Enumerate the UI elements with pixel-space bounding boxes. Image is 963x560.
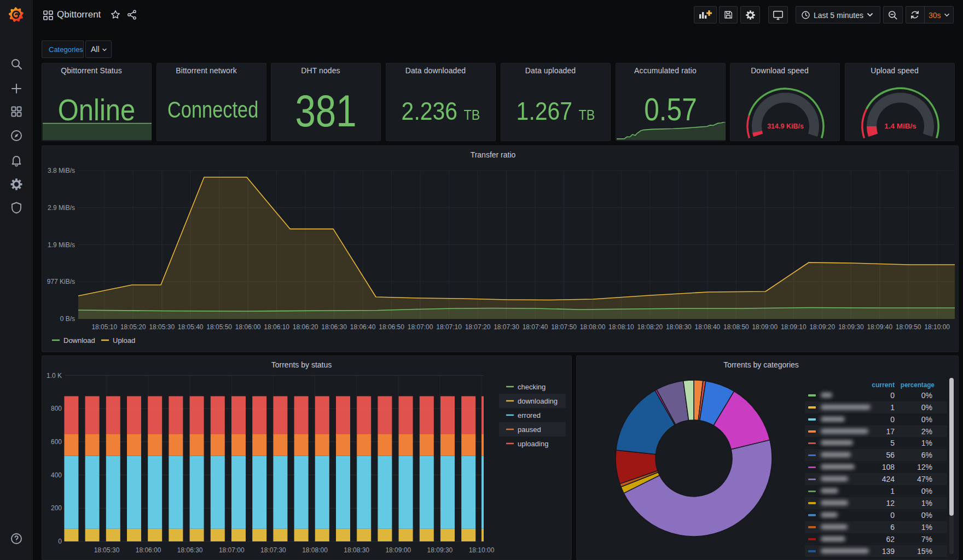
svg-text:18:10:00: 18:10:00	[469, 546, 495, 554]
svg-text:18:09:10: 18:09:10	[781, 323, 807, 331]
svg-text:checking: checking	[518, 383, 546, 391]
svg-text:18:06:50: 18:06:50	[379, 323, 404, 331]
svg-text:3.8 MiB/s: 3.8 MiB/s	[48, 167, 75, 174]
svg-text:18:08:00: 18:08:00	[580, 323, 606, 331]
svg-text:600: 600	[51, 438, 62, 446]
svg-text:18:07:20: 18:07:20	[465, 323, 491, 331]
svg-text:977 KiB/s: 977 KiB/s	[47, 278, 75, 285]
svg-text:18:06:00: 18:06:00	[136, 546, 161, 554]
svg-text:18:07:10: 18:07:10	[436, 323, 462, 331]
svg-text:18:05:40: 18:05:40	[178, 323, 204, 331]
svg-text:18:05:30: 18:05:30	[149, 323, 175, 331]
svg-text:18:09:20: 18:09:20	[809, 323, 835, 331]
svg-text:0 B/s: 0 B/s	[60, 315, 75, 323]
svg-text:18:06:40: 18:06:40	[350, 323, 376, 331]
svg-text:18:08:40: 18:08:40	[695, 323, 721, 331]
svg-text:18:07:30: 18:07:30	[260, 546, 286, 554]
svg-text:paused: paused	[518, 425, 541, 434]
svg-text:18:05:10: 18:05:10	[91, 323, 117, 331]
svg-text:18:08:50: 18:08:50	[723, 323, 749, 331]
svg-text:18:05:50: 18:05:50	[206, 323, 232, 331]
svg-text:1.4 MiB/s: 1.4 MiB/s	[884, 122, 916, 130]
svg-text:314.9 KiB/s: 314.9 KiB/s	[767, 122, 804, 130]
svg-text:2.9 MiB/s: 2.9 MiB/s	[48, 204, 75, 212]
svg-text:18:09:30: 18:09:30	[838, 323, 864, 331]
svg-text:18:08:30: 18:08:30	[666, 323, 692, 331]
svg-text:18:09:50: 18:09:50	[896, 323, 921, 331]
svg-text:18:07:30: 18:07:30	[494, 323, 519, 331]
svg-text:18:06:30: 18:06:30	[177, 546, 203, 554]
svg-text:18:08:20: 18:08:20	[637, 323, 663, 331]
svg-text:18:06:30: 18:06:30	[321, 323, 347, 331]
svg-text:18:07:00: 18:07:00	[408, 323, 433, 331]
svg-text:18:09:30: 18:09:30	[427, 546, 453, 554]
svg-text:18:08:10: 18:08:10	[608, 323, 634, 331]
svg-text:Download: Download	[63, 336, 95, 345]
svg-text:18:10:00: 18:10:00	[924, 323, 950, 331]
svg-text:errored: errored	[518, 411, 541, 419]
svg-text:200: 200	[51, 504, 62, 512]
svg-text:1.0 K: 1.0 K	[47, 372, 62, 380]
svg-text:18:09:00: 18:09:00	[752, 323, 778, 331]
svg-text:1.9 MiB/s: 1.9 MiB/s	[48, 241, 75, 249]
svg-text:18:07:40: 18:07:40	[523, 323, 548, 331]
svg-text:18:09:00: 18:09:00	[385, 546, 411, 554]
svg-text:0: 0	[58, 538, 62, 545]
svg-text:downloading: downloading	[518, 397, 558, 405]
svg-text:18:08:00: 18:08:00	[302, 546, 328, 554]
svg-text:18:06:00: 18:06:00	[235, 323, 261, 331]
svg-text:18:05:30: 18:05:30	[94, 546, 120, 554]
svg-text:18:08:30: 18:08:30	[344, 546, 369, 554]
svg-text:18:06:10: 18:06:10	[264, 323, 289, 331]
svg-text:18:07:50: 18:07:50	[551, 323, 577, 331]
svg-text:18:06:20: 18:06:20	[293, 323, 318, 331]
svg-text:400: 400	[51, 471, 62, 479]
svg-text:uploading: uploading	[518, 440, 548, 448]
svg-text:18:05:20: 18:05:20	[120, 323, 146, 331]
svg-text:800: 800	[51, 405, 62, 412]
svg-text:Upload: Upload	[113, 336, 135, 345]
svg-text:18:07:00: 18:07:00	[219, 546, 245, 554]
svg-text:18:09:40: 18:09:40	[867, 323, 892, 331]
